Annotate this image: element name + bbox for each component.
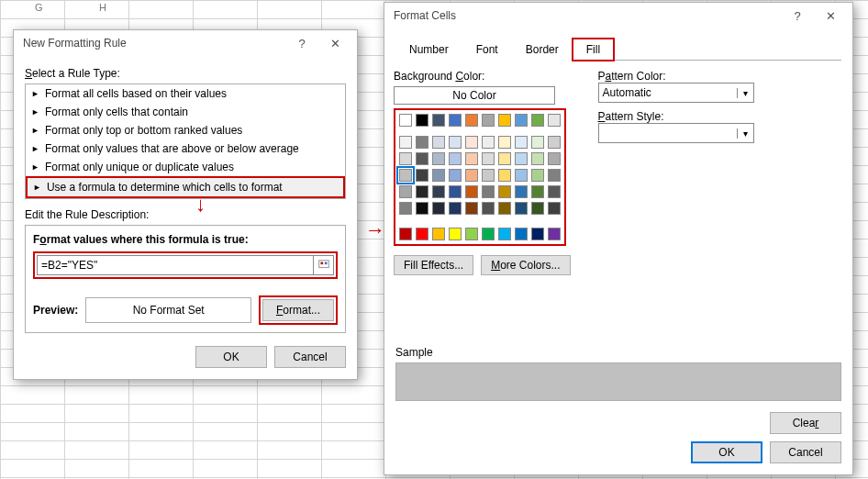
color-swatch[interactable] — [548, 152, 561, 165]
color-swatch[interactable] — [482, 228, 495, 240]
clear-button[interactable]: Clear — [770, 412, 841, 434]
tab-border[interactable]: Border — [512, 39, 573, 61]
tab-number[interactable]: Number — [395, 39, 462, 61]
color-swatch[interactable] — [416, 152, 428, 165]
rule-type-option[interactable]: ►Format all cells based on their values — [26, 84, 345, 103]
color-swatch[interactable] — [482, 152, 495, 165]
color-swatch[interactable] — [482, 114, 495, 127]
close-button[interactable]: ✕ — [814, 3, 847, 28]
rule-type-option[interactable]: ►Format only cells that contain — [26, 103, 345, 121]
rule-type-option[interactable]: ►Format only top or bottom ranked values — [26, 121, 345, 139]
color-swatch[interactable] — [531, 202, 544, 215]
color-swatch[interactable] — [416, 169, 428, 182]
tab-font[interactable]: Font — [462, 39, 512, 61]
format-button[interactable]: Format... — [262, 299, 334, 321]
color-swatch[interactable] — [432, 228, 445, 240]
color-swatch[interactable] — [432, 202, 445, 215]
color-swatch[interactable] — [515, 136, 528, 149]
pattern-style-combo[interactable]: ▾ — [598, 123, 754, 143]
color-swatch[interactable] — [432, 169, 445, 182]
color-swatch[interactable] — [531, 114, 544, 127]
color-swatch[interactable] — [548, 169, 561, 182]
color-swatch[interactable] — [548, 185, 561, 198]
color-swatch[interactable] — [399, 136, 412, 149]
close-button[interactable]: ✕ — [318, 30, 351, 56]
tab-fill[interactable]: Fill — [573, 39, 614, 61]
color-swatch[interactable] — [515, 185, 528, 198]
color-swatch[interactable] — [432, 114, 445, 127]
dialog2-titlebar[interactable]: Format Cells ? ✕ — [384, 3, 852, 28]
help-button[interactable]: ? — [285, 30, 318, 56]
color-swatch[interactable] — [465, 169, 478, 182]
rule-type-option[interactable]: ►Format only unique or duplicate values — [26, 158, 345, 176]
color-swatch[interactable] — [531, 228, 544, 240]
color-swatch[interactable] — [515, 114, 528, 127]
color-swatch[interactable] — [449, 228, 462, 240]
color-swatch[interactable] — [548, 136, 561, 149]
color-swatch[interactable] — [399, 185, 412, 198]
cancel-button[interactable]: Cancel — [770, 441, 841, 463]
color-swatch[interactable] — [531, 136, 544, 149]
formula-field[interactable] — [38, 259, 313, 272]
color-swatch[interactable] — [399, 228, 412, 240]
color-swatch[interactable] — [548, 228, 561, 240]
color-swatch[interactable] — [465, 202, 478, 215]
color-swatch[interactable] — [531, 169, 544, 182]
color-swatch[interactable] — [482, 136, 495, 149]
color-swatch[interactable] — [548, 202, 561, 215]
rule-type-option-selected[interactable]: ►Use a formula to determine which cells … — [26, 176, 345, 198]
color-swatch[interactable] — [399, 114, 412, 127]
ok-button[interactable]: OK — [691, 441, 762, 463]
color-swatch[interactable] — [465, 185, 478, 198]
ok-button[interactable]: OK — [195, 346, 267, 368]
color-swatch[interactable] — [432, 136, 445, 149]
help-button[interactable]: ? — [781, 3, 814, 28]
rule-type-list[interactable]: ►Format all cells based on their values … — [25, 84, 346, 199]
color-swatch[interactable] — [416, 185, 428, 198]
fill-effects-button[interactable]: Fill Effects... — [394, 255, 473, 275]
color-swatch[interactable] — [498, 202, 511, 215]
color-swatch[interactable] — [515, 228, 528, 240]
color-swatch[interactable] — [449, 202, 462, 215]
range-picker-button[interactable] — [313, 256, 333, 274]
pattern-color-combo[interactable]: Automatic ▾ — [598, 83, 754, 103]
color-swatch[interactable] — [449, 169, 462, 182]
color-swatch[interactable] — [416, 114, 428, 127]
color-swatch[interactable] — [465, 152, 478, 165]
color-swatch[interactable] — [531, 152, 544, 165]
rule-type-option[interactable]: ►Format only values that are above or be… — [26, 139, 345, 158]
color-swatch[interactable] — [498, 152, 511, 165]
color-swatch[interactable] — [548, 114, 561, 127]
more-colors-button[interactable]: More Colors... — [481, 255, 570, 275]
dialog1-titlebar[interactable]: New Formatting Rule ? ✕ — [14, 30, 357, 56]
color-swatch[interactable] — [449, 185, 462, 198]
color-swatch[interactable] — [399, 202, 412, 215]
color-swatch[interactable] — [515, 169, 528, 182]
color-swatch[interactable] — [498, 169, 511, 182]
color-swatch[interactable] — [498, 185, 511, 198]
color-swatch[interactable] — [515, 152, 528, 165]
color-swatch[interactable] — [531, 185, 544, 198]
color-swatch[interactable] — [449, 136, 462, 149]
color-swatch[interactable] — [498, 114, 511, 127]
color-swatch[interactable] — [432, 152, 445, 165]
color-swatch[interactable] — [498, 228, 511, 240]
color-swatch[interactable] — [465, 114, 478, 127]
color-swatch[interactable] — [498, 136, 511, 149]
no-color-button[interactable]: No Color — [394, 86, 555, 105]
cancel-button[interactable]: Cancel — [274, 346, 346, 368]
color-swatch[interactable] — [482, 169, 495, 182]
color-swatch[interactable] — [515, 202, 528, 215]
color-swatch[interactable] — [449, 114, 462, 127]
color-swatch[interactable] — [449, 152, 462, 165]
color-swatch[interactable] — [482, 202, 495, 215]
color-swatch[interactable] — [416, 136, 428, 149]
color-swatch[interactable] — [465, 228, 478, 240]
color-swatch[interactable] — [399, 152, 412, 165]
color-swatch[interactable] — [482, 185, 495, 198]
color-swatch[interactable] — [416, 202, 428, 215]
color-swatch[interactable] — [399, 169, 412, 182]
color-swatch[interactable] — [416, 228, 428, 240]
color-swatch[interactable] — [465, 136, 478, 149]
color-swatch[interactable] — [432, 185, 445, 198]
